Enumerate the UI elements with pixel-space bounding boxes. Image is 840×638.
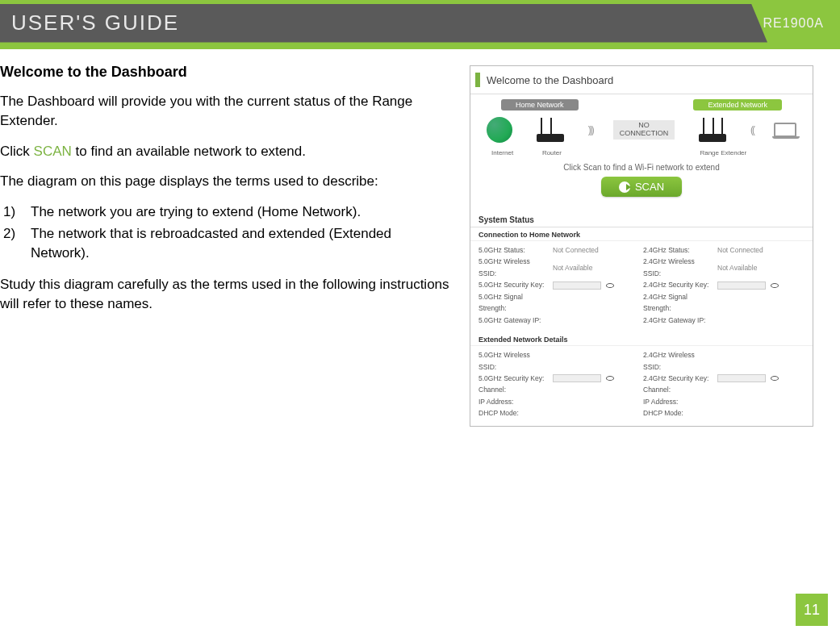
scan-prompt-text: Click Scan to find a Wi-Fi network to ex… [477, 163, 806, 172]
security-key-input[interactable] [717, 281, 766, 290]
laptop-icon [774, 123, 796, 137]
eye-icon[interactable] [606, 376, 614, 381]
scan-button[interactable]: SCAN [601, 177, 682, 197]
status-value: Not Connected [553, 244, 599, 256]
security-key-input[interactable] [553, 281, 601, 290]
guide-title: USER'S GUIDE [11, 10, 179, 35]
status-label: 2.4GHz Status: [643, 244, 713, 256]
extender-label: Range Extender [700, 149, 746, 156]
status-value: Not Available [553, 262, 592, 273]
eye-icon[interactable] [771, 376, 779, 381]
status-label: DHCP Mode: [479, 407, 548, 419]
status-value: Not Connected [717, 244, 763, 256]
signal-waves-icon: ))) [588, 124, 593, 136]
intro-paragraph-3: The diagram on this page displays the te… [0, 172, 453, 191]
model-number: RE1900A [763, 16, 841, 31]
header-title-bg: USER'S GUIDE [0, 4, 767, 43]
status-label: 5.0GHz Wireless SSID: [479, 349, 548, 373]
ext-24ghz-column: 2.4GHz Wireless SSID: 2.4GHz Security Ke… [643, 349, 804, 419]
home-5ghz-column: 5.0GHz Status:Not Connected 5.0GHz Wirel… [479, 244, 640, 326]
terms-list: 1) The network you are trying to extend … [0, 202, 453, 264]
extended-details-heading: Extended Network Details [470, 332, 813, 346]
status-label: 5.0GHz Security Key: [479, 279, 548, 290]
no-conn-l2: CONNECTION [620, 129, 669, 137]
ext-5ghz-column: 5.0GHz Wireless SSID: 5.0GHz Security Ke… [479, 349, 640, 419]
no-conn-l1: NO [638, 121, 650, 129]
network-labels: Home Network Extended Network [477, 99, 806, 111]
dash-header: Welcome to the Dashboard [470, 66, 813, 94]
section-heading: Welcome to the Dashboard [0, 64, 453, 81]
list-item: 2) The network that is rebroadcasted and… [31, 224, 453, 264]
extender-icon [695, 118, 730, 142]
status-label: 5.0GHz Status: [479, 244, 548, 256]
system-status-heading: System Status [470, 213, 813, 227]
list-item: 1) The network you are trying to extend … [31, 202, 453, 223]
intro-paragraph-2: Click SCAN to find an available network … [0, 142, 453, 161]
status-value: Not Available [717, 262, 757, 273]
home-24ghz-column: 2.4GHz Status:Not Connected 2.4GHz Wirel… [643, 244, 804, 326]
network-diagram: Home Network Extended Network ))) NO CON… [470, 94, 813, 213]
dashboard-screenshot: Welcome to the Dashboard Home Network Ex… [470, 65, 813, 427]
signal-waves-icon: (( [750, 124, 754, 136]
home-network-label: Home Network [501, 99, 579, 111]
list-number: 1) [3, 202, 15, 223]
play-icon [619, 181, 630, 193]
home-status-grid: 5.0GHz Status:Not Connected 5.0GHz Wirel… [470, 241, 813, 332]
status-label: 5.0GHz Gateway IP: [479, 315, 548, 326]
status-label: 2.4GHz Gateway IP: [643, 315, 713, 326]
scan-text: SCAN [34, 144, 72, 159]
security-key-input[interactable] [717, 374, 766, 382]
list-text: The network that is rebroadcasted and ex… [31, 226, 391, 261]
status-label: IP Address: [643, 396, 713, 407]
status-label: Channel: [643, 384, 713, 395]
extended-network-label: Extended Network [693, 99, 782, 111]
status-label: 2.4GHz Security Key: [643, 279, 713, 290]
internet-label: Internet [491, 149, 513, 156]
status-label: Channel: [479, 384, 548, 395]
router-icon [533, 118, 568, 142]
status-label: IP Address: [479, 396, 548, 407]
scan-button-label: SCAN [635, 181, 664, 193]
status-label: DHCP Mode: [643, 407, 713, 419]
page-header: USER'S GUIDE RE1900A [0, 0, 840, 48]
no-connection-badge: NO CONNECTION [613, 120, 675, 140]
status-label: 2.4GHz Wireless SSID: [643, 256, 713, 279]
page-number: 11 [796, 594, 828, 626]
intro-paragraph-1: The Dashboard will provide you with the … [0, 92, 453, 131]
list-number: 2) [3, 224, 15, 244]
icon-sublabels: Internet Router Range Extender [477, 149, 806, 156]
status-label: 5.0GHz Security Key: [479, 373, 548, 384]
text-column: Welcome to the Dashboard The Dashboard w… [0, 64, 453, 427]
ext-status-grid: 5.0GHz Wireless SSID: 5.0GHz Security Ke… [470, 346, 813, 426]
eye-icon[interactable] [606, 283, 614, 288]
dash-title: Welcome to the Dashboard [487, 74, 613, 86]
status-label: 2.4GHz Security Key: [643, 373, 713, 384]
security-key-input[interactable] [553, 374, 601, 382]
screenshot-column: Welcome to the Dashboard Home Network Ex… [470, 64, 817, 427]
header-accent-icon [475, 73, 480, 87]
home-connection-heading: Connection to Home Network [470, 227, 813, 241]
status-label: 2.4GHz Signal Strength: [643, 291, 713, 315]
para2-pre: Click [0, 144, 34, 159]
status-label: 5.0GHz Wireless SSID: [479, 256, 548, 279]
globe-icon [487, 117, 512, 143]
para2-post: to find an available network to extend. [72, 144, 306, 159]
content-area: Welcome to the Dashboard The Dashboard w… [0, 49, 840, 427]
router-label: Router [542, 149, 562, 156]
status-label: 5.0GHz Signal Strength: [479, 291, 548, 315]
list-text: The network you are trying to extend (Ho… [31, 204, 361, 219]
diagram-icons-row: ))) NO CONNECTION (( [477, 111, 806, 149]
intro-paragraph-4: Study this diagram carefully as the term… [0, 275, 453, 314]
eye-icon[interactable] [771, 283, 779, 288]
status-label: 2.4GHz Wireless SSID: [643, 349, 713, 373]
